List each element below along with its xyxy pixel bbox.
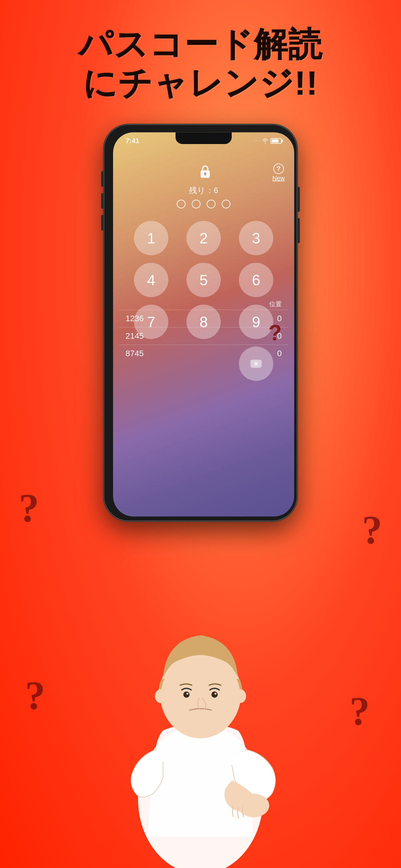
status-time: 7:41 xyxy=(126,137,139,145)
dot-1 xyxy=(177,200,186,208)
lock-screen: ? New 残り：6 1 xyxy=(113,151,294,381)
remaining-text: 残り：6 xyxy=(189,185,218,196)
guess-code-3: 8745 xyxy=(126,349,144,359)
guess-row-3: 8745 0 xyxy=(119,345,288,362)
help-icon: ? xyxy=(273,163,284,174)
question-mark-right-bottom: ? xyxy=(349,687,370,734)
lock-icon xyxy=(197,163,213,180)
top-bar: ? New xyxy=(113,157,294,182)
wifi-icon xyxy=(262,138,269,144)
person-illustration xyxy=(91,587,310,868)
phone-body: 7:41 ··· xyxy=(104,124,297,521)
svg-rect-2 xyxy=(205,174,206,176)
score-header: 位置 xyxy=(269,300,282,308)
guess-list: 位置 1236 0 2145 0 8745 0 xyxy=(113,300,294,362)
guess-score-3: 0 xyxy=(277,349,282,359)
question-mark-right-mid: ? xyxy=(362,506,382,553)
guess-row-2: 2145 0 xyxy=(119,327,288,345)
svg-point-12 xyxy=(214,693,216,694)
title-line1: パスコード解読 xyxy=(78,25,323,64)
svg-point-9 xyxy=(183,691,190,698)
signal-icon: ··· xyxy=(254,138,260,144)
svg-point-8 xyxy=(235,689,246,703)
title-line2: にチャレンジ!! xyxy=(78,64,323,102)
svg-point-11 xyxy=(187,693,188,694)
background: パスコード解読 にチャレンジ!! 7:41 ··· xyxy=(0,0,401,868)
dot-4 xyxy=(222,200,231,208)
new-button[interactable]: ? New xyxy=(272,163,285,182)
status-icons: ··· xyxy=(254,138,282,144)
main-title: パスコード解読 にチャレンジ!! xyxy=(66,25,335,102)
status-bar: 7:41 ··· xyxy=(113,135,294,147)
question-mark-left-bottom: ? xyxy=(25,672,45,719)
svg-point-10 xyxy=(211,691,218,698)
dot-2 xyxy=(192,200,201,208)
guess-header: 位置 xyxy=(119,300,288,308)
guess-code-1: 1236 xyxy=(126,314,144,323)
guess-code-2: 2145 xyxy=(126,331,144,341)
key-3[interactable]: 3 xyxy=(239,221,273,255)
key-6[interactable]: 6 xyxy=(239,263,273,297)
key-2[interactable]: 2 xyxy=(187,221,221,255)
new-label: New xyxy=(272,175,285,182)
question-mark-left-top: ? xyxy=(19,484,39,531)
key-4[interactable]: 4 xyxy=(134,263,168,297)
phone-screen: 7:41 ··· xyxy=(113,132,294,517)
svg-point-7 xyxy=(155,689,166,703)
phone-mockup: 7:41 ··· xyxy=(101,121,300,527)
key-5[interactable]: 5 xyxy=(187,263,221,297)
dot-3 xyxy=(207,200,215,208)
key-1[interactable]: 1 xyxy=(134,221,168,255)
battery-icon xyxy=(270,138,282,144)
code-dots xyxy=(177,200,231,208)
guess-row-1: 1236 0 xyxy=(119,310,288,327)
question-overlay: ? xyxy=(268,320,282,345)
